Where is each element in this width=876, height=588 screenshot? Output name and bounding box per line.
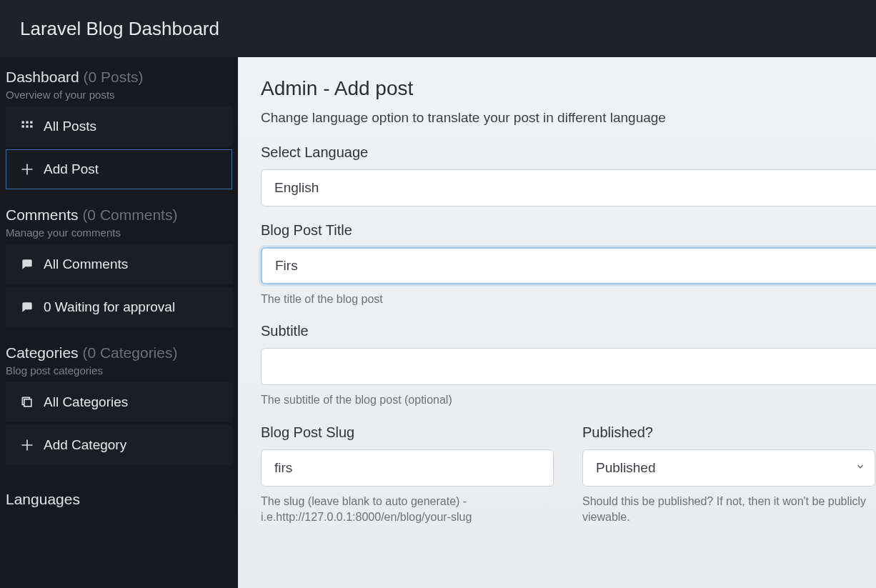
sidebar-item-label: All Categories [44, 394, 128, 410]
sidebar-section-comments: Comments (0 Comments) Manage your commen… [6, 202, 232, 340]
sidebar-item-label: Add Post [44, 161, 99, 177]
select-published[interactable] [582, 449, 875, 487]
sidebar: Dashboard (0 Posts) Overview of your pos… [0, 57, 238, 588]
plus-icon [19, 437, 35, 453]
sidebar-item-label: Add Category [44, 437, 126, 453]
help-slug: The slug (leave blank to auto generate) … [261, 494, 554, 526]
comments-icon [19, 299, 35, 315]
comments-icon [19, 256, 35, 272]
sidebar-item-add-category[interactable]: Add Category [6, 425, 232, 465]
help-published: Should this be published? If not, then i… [582, 494, 875, 526]
help-subtitle: The subtitle of the blog post (optional) [261, 392, 876, 408]
input-subtitle[interactable] [261, 348, 876, 385]
label-post-title: Blog Post Title [261, 222, 876, 239]
topbar: Laravel Blog Dashboard [0, 0, 876, 57]
select-language[interactable] [261, 169, 876, 206]
input-post-title[interactable] [261, 247, 876, 284]
svg-rect-5 [30, 125, 32, 127]
sidebar-item-add-post[interactable]: Add Post [6, 149, 232, 189]
svg-rect-2 [30, 121, 32, 124]
svg-rect-3 [22, 125, 24, 127]
sidebar-item-label: All Posts [44, 119, 96, 134]
page-title: Admin - Add post [261, 77, 876, 100]
sidebar-heading-languages[interactable]: Languages [6, 478, 232, 508]
svg-rect-1 [26, 121, 28, 124]
sidebar-item-waiting-approval[interactable]: 0 Waiting for approval [6, 287, 232, 327]
field-post-title: Blog Post Title The title of the blog po… [261, 222, 876, 307]
svg-rect-0 [22, 121, 24, 124]
sidebar-section-categories: Categories (0 Categories) Blog post cate… [6, 340, 232, 478]
svg-rect-6 [24, 399, 31, 407]
field-subtitle: Subtitle The subtitle of the blog post (… [261, 323, 876, 408]
field-published: Published? Should this be published? If … [582, 424, 875, 526]
label-subtitle: Subtitle [261, 323, 876, 339]
field-language: Select Language [261, 144, 876, 206]
label-slug: Blog Post Slug [261, 424, 554, 441]
sidebar-subtitle-categories: Blog post categories [6, 364, 232, 377]
label-published: Published? [582, 424, 875, 441]
field-slug: Blog Post Slug The slug (leave blank to … [261, 424, 554, 526]
grid-icon [19, 119, 35, 134]
sidebar-heading-comments: Comments (0 Comments) [6, 202, 232, 224]
sidebar-heading-categories: Categories (0 Categories) [6, 340, 232, 362]
help-post-title: The title of the blog post [261, 291, 876, 307]
sidebar-subtitle-comments: Manage your comments [6, 226, 232, 239]
sidebar-subtitle-dashboard: Overview of your posts [6, 89, 232, 101]
sidebar-item-label: 0 Waiting for approval [44, 299, 175, 315]
sidebar-heading-dashboard: Dashboard (0 Posts) [6, 64, 232, 86]
main-content: Admin - Add post Change language option … [238, 57, 876, 588]
app-title: Laravel Blog Dashboard [20, 18, 219, 40]
sidebar-item-all-comments[interactable]: All Comments [6, 244, 232, 284]
group-icon [19, 394, 35, 410]
label-language: Select Language [261, 144, 876, 161]
svg-rect-4 [26, 125, 28, 127]
sidebar-item-all-posts[interactable]: All Posts [6, 106, 232, 146]
sidebar-item-all-categories[interactable]: All Categories [6, 382, 232, 422]
sidebar-item-label: All Comments [44, 256, 128, 272]
page-description: Change language option to translate your… [261, 110, 876, 126]
input-slug[interactable] [261, 449, 554, 487]
sidebar-section-dashboard: Dashboard (0 Posts) Overview of your pos… [6, 64, 232, 202]
plus-icon [19, 161, 35, 177]
